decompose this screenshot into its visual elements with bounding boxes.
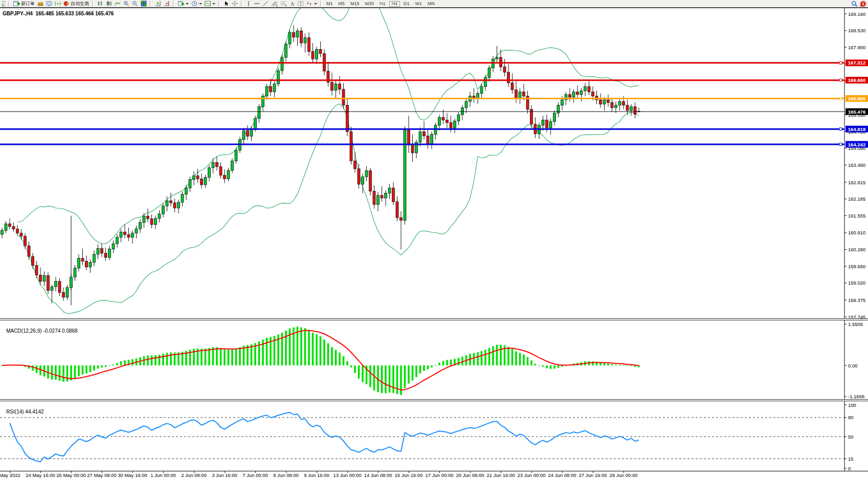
clock-icon	[191, 1, 197, 7]
zoom-in-icon	[123, 1, 129, 7]
indicators-icon	[178, 1, 184, 7]
time-label: 13 Jun 00:00	[333, 472, 362, 478]
candlestick-button[interactable]	[105, 1, 113, 7]
bar-chart-button[interactable]	[96, 1, 104, 7]
svg-text:167.900: 167.900	[848, 45, 865, 50]
indicators-button[interactable]	[177, 1, 190, 7]
bar-chart-icon	[97, 1, 103, 7]
svg-text:160.280: 160.280	[848, 247, 865, 252]
trendline-button[interactable]	[261, 1, 270, 7]
svg-text:A: A	[291, 1, 295, 7]
auto-scroll-button[interactable]	[154, 1, 162, 7]
cursor-button[interactable]	[222, 1, 230, 7]
candlestick-icon	[106, 1, 112, 7]
horizontal-line-button[interactable]	[253, 1, 261, 7]
autotrading-icon	[63, 1, 70, 7]
divider	[92, 1, 94, 7]
toolbar: 新订单 自动交易	[0, 0, 868, 8]
time-label: 15 Jun 16:00	[395, 472, 423, 478]
svg-text:165.969: 165.969	[848, 96, 865, 101]
svg-text:1.5505: 1.5505	[848, 321, 863, 327]
text-button[interactable]: A	[288, 1, 296, 7]
divider	[320, 1, 322, 7]
signal-icon	[55, 1, 61, 7]
market-watch-button[interactable]	[36, 1, 44, 7]
time-label: 3 Jun 16:00	[212, 472, 237, 478]
search-icon	[851, 1, 858, 7]
data-window-button[interactable]	[45, 1, 53, 7]
timeframe-M1[interactable]: M1	[324, 1, 335, 7]
zoom-in-button[interactable]	[122, 1, 130, 7]
arrows-icon	[306, 1, 313, 7]
svg-text:159.020: 159.020	[848, 280, 865, 286]
templates-caret	[212, 3, 215, 5]
timeframe-MN[interactable]: MN	[426, 1, 437, 7]
timeframe-H1[interactable]: H1	[377, 1, 388, 7]
monitor-icon	[46, 1, 52, 7]
signals-button[interactable]	[54, 1, 62, 7]
crosshair-button[interactable]	[231, 1, 239, 7]
svg-text:0.00: 0.00	[848, 363, 858, 368]
svg-text:160.910: 160.910	[848, 230, 865, 235]
equidistant-channel-icon: E	[271, 1, 278, 7]
indicators-caret	[186, 3, 189, 5]
periods-button[interactable]	[190, 1, 203, 7]
svg-text:100: 100	[848, 402, 856, 408]
timeframe-D1[interactable]: D1	[402, 1, 412, 7]
new-order-button[interactable]: 新订单	[12, 1, 36, 7]
tile-windows-button[interactable]	[140, 1, 148, 7]
line-chart-button[interactable]	[114, 1, 122, 7]
timeframe-M30[interactable]: M30	[363, 1, 376, 7]
text-label-button[interactable]: T	[297, 1, 305, 7]
search-button[interactable]	[850, 1, 859, 7]
svg-text:163.460: 163.460	[848, 162, 865, 168]
svg-text:169.160: 169.160	[848, 11, 865, 17]
time-label: 30 May 16:00	[118, 472, 147, 478]
chart-window-icon-partial[interactable]	[1, 1, 6, 7]
horizontal-line-icon	[254, 1, 260, 7]
notifications-button[interactable]: 1	[859, 1, 867, 7]
rsi-canvas[interactable]: 1008050150	[0, 401, 868, 471]
gold-stack-icon	[37, 1, 43, 7]
vertical-line-button[interactable]	[245, 1, 252, 7]
svg-text:166.660: 166.660	[848, 77, 865, 83]
svg-text:167.312: 167.312	[848, 60, 865, 66]
arrows-button[interactable]	[305, 1, 318, 7]
svg-text:162.815: 162.815	[848, 180, 865, 185]
time-label: 14 Jun 08:00	[364, 472, 392, 478]
crosshair-icon	[232, 1, 238, 7]
time-label: 27 May 08:00	[87, 472, 117, 478]
time-label: 21 Jun 16:00	[487, 472, 515, 478]
svg-text:157.745: 157.745	[848, 314, 865, 319]
svg-text:0: 0	[848, 466, 851, 471]
svg-text:-1.1666: -1.1666	[848, 394, 864, 399]
divider	[150, 1, 152, 7]
chart-shift-button[interactable]	[163, 1, 171, 7]
macd-canvas[interactable]: 1.55050.00-1.1666	[0, 320, 868, 399]
line-chart-icon	[115, 1, 121, 7]
rsi-pane[interactable]: 1008050150 RSI(14) 44.4142	[0, 401, 868, 471]
timeframe-W1[interactable]: W1	[413, 1, 425, 7]
main-chart-pane[interactable]: 169.160168.530167.900167.270166.640165.3…	[0, 8, 868, 318]
svg-text:159.650: 159.650	[848, 264, 865, 269]
time-label: 24 Jun 08:00	[548, 472, 576, 478]
trendline-icon	[262, 1, 269, 7]
macd-pane[interactable]: 1.55050.00-1.1666 MACD(12,26,9) -0.0274 …	[0, 320, 868, 399]
svg-text:50: 50	[848, 434, 854, 440]
main-chart-canvas[interactable]: 169.160168.530167.900167.270166.640165.3…	[0, 8, 868, 318]
autotrading-label: 自动交易	[71, 1, 89, 7]
time-label: 2 Jun 08:00	[181, 472, 207, 478]
channel-button[interactable]: E	[270, 1, 279, 7]
autotrading-button[interactable]: 自动交易	[62, 1, 90, 7]
templates-button[interactable]	[204, 1, 216, 7]
svg-text:165.476: 165.476	[848, 109, 865, 115]
timeframe-M15[interactable]: M15	[348, 1, 362, 7]
fibonacci-button[interactable]: F	[279, 1, 288, 7]
timeframe-M5[interactable]: M5	[337, 1, 347, 7]
timeframe-H4[interactable]: H4	[389, 1, 400, 7]
time-label: 7 Jun 00:00	[242, 472, 268, 478]
time-label: 17 Jun 00:00	[426, 472, 454, 478]
time-axis[interactable]: May 202224 May 16:0026 May 00:0027 May 0…	[0, 471, 868, 478]
new-order-icon	[13, 1, 20, 7]
zoom-out-button[interactable]	[131, 1, 139, 7]
